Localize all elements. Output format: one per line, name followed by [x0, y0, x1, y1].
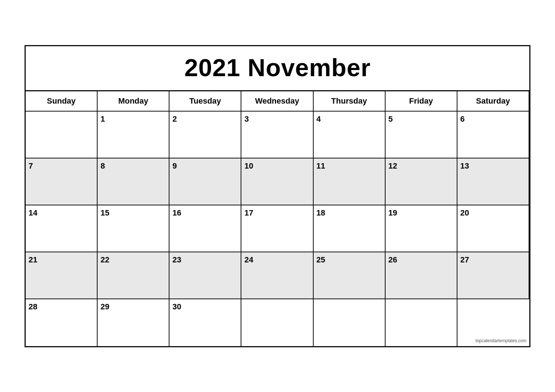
table-row: 13 — [457, 158, 529, 205]
table-row: 3 — [241, 112, 313, 158]
table-row: 23 — [169, 252, 241, 299]
table-row — [386, 299, 457, 346]
table-row: 4 — [314, 112, 386, 158]
table-row: 28 — [26, 299, 98, 346]
table-row — [26, 112, 98, 158]
table-row: 9 — [169, 158, 241, 205]
table-row: 18 — [314, 205, 386, 252]
header-tuesday: Tuesday — [169, 91, 241, 112]
calendar-title: 2021 November — [26, 46, 529, 91]
table-row: 19 — [386, 205, 457, 252]
table-row: 17 — [241, 205, 313, 252]
table-row: topcalendartemplates.com — [457, 299, 529, 346]
table-row: 12 — [386, 158, 457, 205]
calendar-grid: Sunday Monday Tuesday Wednesday Thursday… — [26, 91, 529, 346]
header-monday: Monday — [98, 91, 169, 112]
table-row — [314, 299, 386, 346]
header-thursday: Thursday — [314, 91, 386, 112]
table-row: 15 — [98, 205, 169, 252]
table-row: 22 — [98, 252, 169, 299]
table-row: 20 — [457, 205, 529, 252]
table-row: 25 — [314, 252, 386, 299]
table-row: 24 — [241, 252, 313, 299]
table-row: 26 — [386, 252, 457, 299]
table-row: 6 — [457, 112, 529, 158]
table-row: 5 — [386, 112, 457, 158]
table-row: 7 — [26, 158, 98, 205]
table-row: 2 — [169, 112, 241, 158]
header-friday: Friday — [386, 91, 457, 112]
table-row: 8 — [98, 158, 169, 205]
table-row: 16 — [169, 205, 241, 252]
table-row: 11 — [314, 158, 386, 205]
header-saturday: Saturday — [457, 91, 529, 112]
table-row: 1 — [98, 112, 169, 158]
watermark: topcalendartemplates.com — [476, 338, 526, 343]
table-row: 14 — [26, 205, 98, 252]
header-sunday: Sunday — [26, 91, 98, 112]
calendar: 2021 November Sunday Monday Tuesday Wedn… — [25, 45, 530, 347]
table-row: 30 — [169, 299, 241, 346]
table-row: 29 — [98, 299, 169, 346]
table-row: 10 — [241, 158, 313, 205]
table-row: 27 — [457, 252, 529, 299]
header-wednesday: Wednesday — [241, 91, 313, 112]
table-row: 21 — [26, 252, 98, 299]
table-row — [241, 299, 313, 346]
